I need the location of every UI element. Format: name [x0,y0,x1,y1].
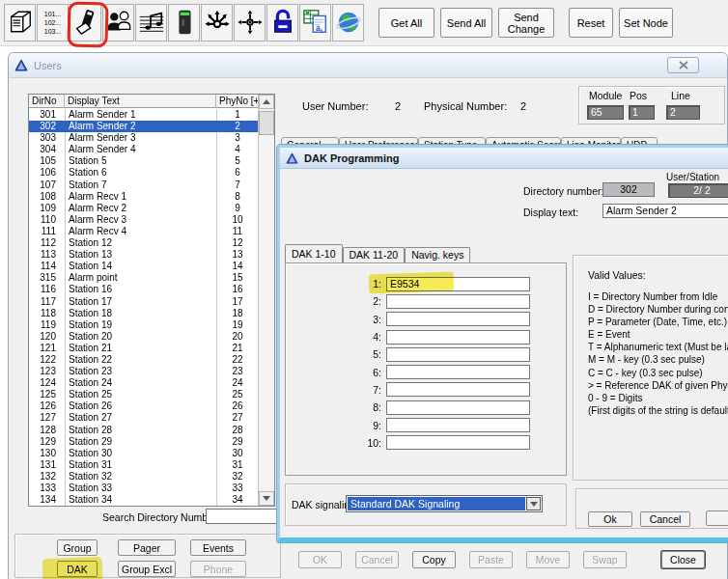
table-scrollbar[interactable] [258,95,274,506]
physical-number-label: Physical Number: [424,100,507,112]
table-row[interactable]: 134 Station 34 34 [29,494,259,506]
table-row[interactable]: 301 Alarm Sender 1 1 [29,109,259,121]
table-row[interactable]: 109 Alarm Recv 2 9 [29,203,259,214]
scroll-up-button[interactable] [259,95,274,109]
display-text-field[interactable]: Alarm Sender 2 [602,204,728,218]
table-row[interactable]: 107 Station 7 7 [29,179,259,191]
lock-button[interactable] [266,4,298,41]
function-button[interactable]: Group [57,539,98,556]
table-row[interactable]: 130 Station 30 30 [29,448,259,459]
dak-key-input[interactable] [386,330,530,345]
cell-display-text: Station 20 [65,331,216,343]
table-row[interactable]: 111 Alarm Recv 4 11 [29,226,259,237]
scroll-thumb[interactable] [259,111,274,135]
table-row[interactable]: 133 Station 33 33 [29,482,259,494]
users-action-button[interactable]: Move [526,551,570,568]
dak-key-input[interactable] [386,418,530,432]
dak-key-input[interactable] [386,347,530,362]
user-number-label: User Number: [302,100,368,112]
dak-key-input[interactable] [386,365,530,379]
cut-off-button[interactable] [706,510,728,526]
table-row[interactable]: 124 Station 24 24 [29,377,259,389]
dak-tab[interactable]: DAK 11-20 [343,247,406,262]
table-row[interactable]: 125 Station 25 25 [29,389,259,400]
table-row[interactable]: 131 Station 31 31 [29,459,259,471]
function-button[interactable]: Phone [190,561,246,577]
dak-key-input[interactable] [386,435,530,450]
table-row[interactable]: 113 Station 13 13 [29,249,259,261]
table-row[interactable]: 123 Station 23 23 [29,366,259,377]
toolbar-button[interactable]: Send All [440,8,492,38]
dak-tab[interactable]: DAK 1-10 [285,244,343,262]
table-row[interactable]: 304 Alarm Sender 4 4 [29,144,259,155]
toolbar-button[interactable]: Get All [378,8,434,38]
network-button[interactable] [332,4,364,41]
toolbar-button[interactable]: Send Change [498,8,554,38]
users-action-button[interactable]: Paste [469,551,513,568]
tones-button[interactable] [135,4,167,41]
table-row[interactable]: 117 Station 17 17 [29,296,259,308]
distribute-button[interactable] [201,4,233,41]
table-row[interactable]: 122 Station 22 22 [29,354,259,366]
dak-tab[interactable]: Navig. keys [405,247,470,262]
users-action-button[interactable]: Copy [412,551,456,568]
table-row[interactable]: 303 Alarm Sender 3 3 [29,132,259,144]
users-titlebar[interactable]: Users [9,53,727,78]
dak-key-input[interactable] [386,400,530,415]
table-row[interactable]: 110 Alarm Recv 3 10 [29,214,259,226]
table-row[interactable]: 132 Station 32 32 [29,471,259,482]
locate-button[interactable] [234,4,266,41]
table-row[interactable]: 120 Station 20 20 [29,331,259,343]
dak-key-input[interactable] [386,294,530,309]
dialog-button[interactable]: Ok [588,511,632,527]
table-body: 301 Alarm Sender 1 1 302 Alarm Sender 2 … [29,109,259,506]
dropdown-button[interactable] [526,497,541,510]
table-row[interactable]: 108 Alarm Recv 1 8 [29,191,259,203]
table-row[interactable]: 128 Station 28 28 [29,425,259,436]
users-action-button[interactable]: Cancel [355,551,399,568]
users-action-button[interactable]: Swap [583,551,627,568]
column-header-dirno[interactable]: DirNo [29,95,65,108]
function-button[interactable]: Events [190,539,246,556]
function-button[interactable]: Group Excl [118,561,176,577]
dak-key-input[interactable]: E9534 [386,277,530,291]
valid-values-line: 0 - 9 = Digits [588,392,728,404]
dak-signaling-dropdown[interactable]: Standard DAK Signaling [346,495,543,512]
cell-display-text: Station 29 [65,436,216,448]
scroll-down-button[interactable] [259,491,274,506]
close-button[interactable] [667,57,699,73]
toolbar-button[interactable]: Set Node [619,8,673,38]
cell-phyno: 29 [216,436,259,448]
function-button[interactable]: Pager [118,539,176,556]
exchange-server-button[interactable] [4,4,36,41]
table-row[interactable]: 114 Station 14 14 [29,261,259,272]
dak-key-input[interactable] [386,312,530,326]
table-row[interactable]: 127 Station 27 27 [29,412,259,424]
function-button[interactable]: DAK [57,561,98,577]
table-row[interactable]: 129 Station 29 29 [29,436,259,448]
table-row[interactable]: 112 Station 12 12 [29,237,259,249]
column-header-phyno[interactable]: PhyNo [+] [216,95,259,108]
users-action-button[interactable]: OK [298,551,342,568]
device-button[interactable] [168,4,200,41]
toolbar-button[interactable]: Reset [569,8,613,38]
directory-numbers-button[interactable]: 101... 102... 103... [37,4,69,41]
table-row[interactable]: 106 Station 6 6 [29,167,259,179]
table-row[interactable]: 105 Station 5 5 [29,155,259,167]
table-row[interactable]: 121 Station 21 21 [29,343,259,354]
cell-display-text: Station 7 [65,179,216,191]
users-action-button[interactable]: Close [661,551,705,568]
column-header-display-text[interactable]: Display Text [65,95,216,108]
table-row[interactable]: 315 Alarm point 15 [29,272,259,284]
table-row[interactable]: 126 Station 26 26 [29,400,259,412]
table-row[interactable]: 302 Alarm Sender 2 2 [29,121,259,132]
dak-titlebar[interactable]: DAK Programming [280,148,728,169]
export-button[interactable]: a, [299,4,331,41]
table-row[interactable]: 119 Station 19 19 [29,319,259,331]
table-row[interactable]: 118 Station 18 18 [29,308,259,319]
dialog-button[interactable]: Cancel [640,511,690,527]
table-row[interactable]: 116 Station 16 16 [29,284,259,295]
cell-phyno: 3 [216,132,259,144]
cell-phyno: 19 [216,319,259,331]
dak-key-input[interactable] [386,382,530,397]
